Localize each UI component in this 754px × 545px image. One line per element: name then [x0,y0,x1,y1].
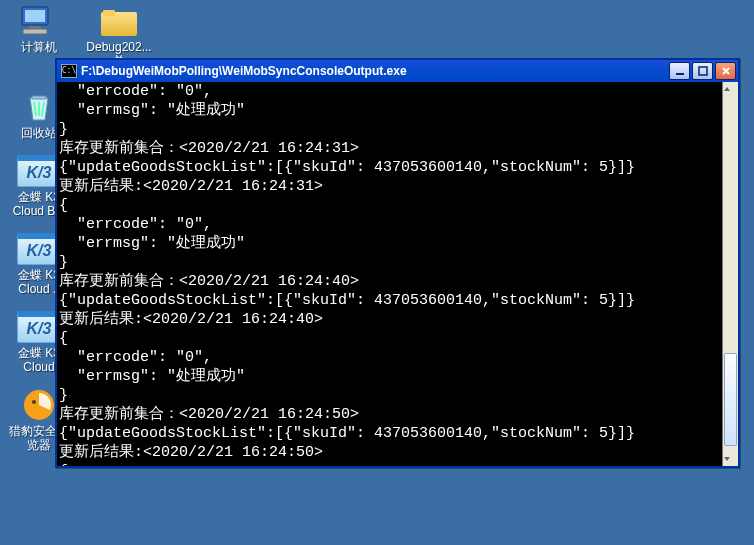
maximize-button[interactable] [692,62,713,80]
cmd-icon: C:\ [61,64,77,78]
window-title: F:\DebugWeiMobPolling\WeiMobSyncConsoleO… [81,64,667,78]
scroll-track[interactable] [723,96,738,452]
scrollbar[interactable] [722,82,738,466]
computer-icon [15,4,63,38]
svg-rect-1 [25,10,45,22]
close-button[interactable] [715,62,736,80]
svg-rect-3 [23,29,47,34]
folder-icon [95,4,143,38]
svg-rect-6 [676,73,684,75]
console-output: "errcode": "0", "errmsg": "处理成功" } 库存更新前… [57,82,722,466]
minimize-button[interactable] [669,62,690,80]
scroll-up-button[interactable] [723,82,738,96]
titlebar[interactable]: C:\ F:\DebugWeiMobPolling\WeiMobSyncCons… [57,60,738,82]
console-window: C:\ F:\DebugWeiMobPolling\WeiMobSyncCons… [55,58,740,468]
desktop-icon-label: 计算机 [2,40,76,54]
svg-point-5 [32,400,36,404]
scroll-down-button[interactable] [723,452,738,466]
svg-rect-7 [699,67,707,75]
scroll-thumb[interactable] [724,353,737,446]
